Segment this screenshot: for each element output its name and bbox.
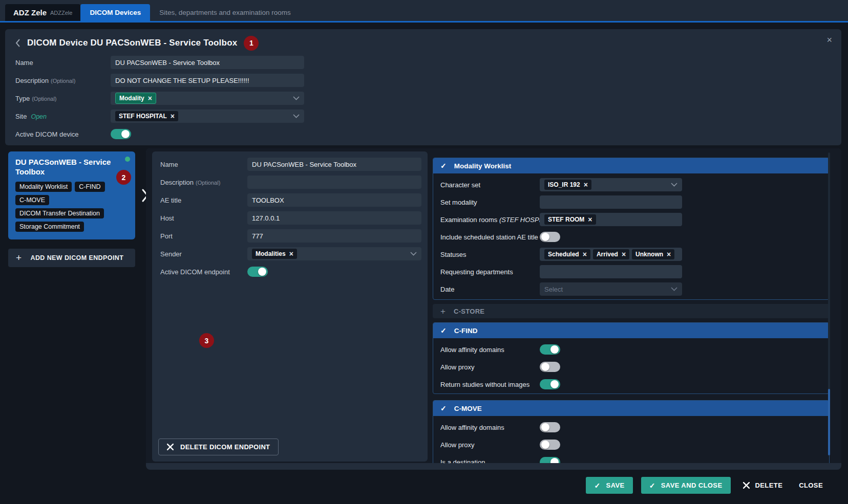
check-icon: ✓ xyxy=(440,327,447,334)
set-modality-label: Set modality xyxy=(440,199,477,206)
toggle-knob xyxy=(541,233,549,241)
tag-storage-commitment: Storage Commitment xyxy=(15,222,84,232)
device-description-input[interactable]: DO NOT CHANGE THE SETUP PLEASE!!!!!! xyxy=(111,74,304,87)
toggle-knob xyxy=(121,130,130,138)
device-name-input[interactable]: DU PACSonWEB - Service Toolbox xyxy=(111,56,304,69)
cmove-allow-affinity-label: Allow affinity domains xyxy=(440,424,504,431)
c-find-section: ✓ C-FIND Allow affinity domains xyxy=(433,322,830,394)
sender-chip-modalities: Modalities × xyxy=(252,249,297,259)
chevron-down-icon xyxy=(671,183,677,187)
close-icon[interactable]: × xyxy=(826,35,832,45)
cmove-allow-proxy-toggle[interactable] xyxy=(540,440,560,450)
host-input[interactable]: 127.0.0.1 xyxy=(247,211,421,225)
services-area: ✓ Modality Worklist Character set ISO_IR… xyxy=(433,151,830,463)
device-type-label-text: Type xyxy=(15,95,30,102)
site-chip-label: STEF HOSPITAL xyxy=(119,112,167,120)
port-value: 777 xyxy=(252,232,263,240)
status-chip-label: Unknown xyxy=(635,250,663,258)
cmove-allow-affinity-toggle[interactable] xyxy=(540,422,560,432)
character-set-select[interactable]: ISO_IR 192 × xyxy=(540,178,682,191)
modality-worklist-header[interactable]: ✓ Modality Worklist xyxy=(433,158,829,173)
save-button[interactable]: ✓ SAVE xyxy=(586,477,632,494)
port-label: Port xyxy=(160,232,247,240)
optional-hint: (Optional) xyxy=(51,78,75,84)
set-modality-input[interactable] xyxy=(540,195,682,209)
status-chip-label: Arrived xyxy=(597,250,618,258)
tab-dicom-devices[interactable]: DICOM Devices xyxy=(80,4,150,21)
modality-worklist-title: Modality Worklist xyxy=(454,162,512,170)
tag-c-move: C-MOVE xyxy=(15,195,49,205)
remove-chip-icon[interactable]: × xyxy=(584,181,588,188)
device-name-label-text: Name xyxy=(15,59,33,67)
cfind-allow-proxy-toggle[interactable] xyxy=(540,362,560,372)
requesting-departments-input[interactable] xyxy=(540,265,682,278)
statuses-select[interactable]: Scheduled × Arrived × Unknown xyxy=(540,248,682,261)
device-site-select[interactable]: STEF HOSPITAL × xyxy=(111,109,304,123)
check-icon: ✓ xyxy=(440,405,447,412)
save-and-close-button[interactable]: ✓ SAVE AND CLOSE xyxy=(641,477,731,494)
cfind-allow-affinity-toggle[interactable] xyxy=(540,344,560,355)
remove-chip-icon[interactable]: × xyxy=(289,250,293,257)
step-badge-3: 3 xyxy=(199,333,214,348)
device-type-label: Type(Optional) xyxy=(15,95,111,102)
include-station-label: Include scheduled station AE title xyxy=(440,233,538,241)
back-chevron-icon[interactable] xyxy=(15,38,20,48)
endpoint-card[interactable]: DU PACSonWEB - Service Toolbox 2 Modalit… xyxy=(8,151,135,239)
include-station-toggle[interactable] xyxy=(540,232,560,242)
endpoint-service-tags: Modality Worklist C-FIND C-MOVE DICOM Tr… xyxy=(15,182,118,232)
device-description-value: DO NOT CHANGE THE SETUP PLEASE!!!!!! xyxy=(115,77,249,84)
scrollbar[interactable] xyxy=(828,152,830,455)
requesting-departments-label: Requesting departments xyxy=(440,268,513,276)
c-store-title: C-STORE xyxy=(454,308,484,315)
examination-rooms-select[interactable]: STEF ROOM × xyxy=(540,213,682,226)
toggle-knob xyxy=(550,380,559,388)
cmove-is-destination-toggle[interactable] xyxy=(540,457,560,463)
tag-c-find: C-FIND xyxy=(75,182,104,192)
ae-title-input[interactable]: TOOLBOX xyxy=(247,193,421,207)
endpoint-description-input[interactable] xyxy=(247,176,421,189)
device-type-select[interactable]: Modality × xyxy=(111,92,304,105)
cfind-return-studies-toggle[interactable] xyxy=(540,379,560,389)
site-chip-stef-hospital: STEF HOSPITAL × xyxy=(115,111,178,121)
scrollbar-thumb[interactable] xyxy=(828,389,830,455)
remove-chip-icon[interactable]: × xyxy=(667,251,671,258)
chevron-down-icon xyxy=(410,252,417,256)
date-select[interactable]: Select xyxy=(540,282,682,296)
add-new-dicom-endpoint-button[interactable]: + ADD NEW DICOM ENDPOINT xyxy=(8,249,135,267)
remove-chip-icon[interactable]: × xyxy=(583,251,587,258)
active-endpoint-toggle[interactable] xyxy=(247,267,268,277)
host-label-text: Host xyxy=(160,214,174,222)
endpoint-list: DU PACSonWEB - Service Toolbox 2 Modalit… xyxy=(8,151,135,267)
c-find-header[interactable]: ✓ C-FIND xyxy=(433,323,829,338)
endpoint-name-input[interactable]: DU PACSonWEB - Service Toolbox xyxy=(247,158,421,171)
host-label: Host xyxy=(160,214,247,222)
delete-dicom-endpoint-button[interactable]: DELETE DICOM ENDPOINT xyxy=(158,439,279,455)
close-button[interactable]: CLOSE xyxy=(795,477,827,494)
plus-icon: + xyxy=(16,252,22,264)
modality-worklist-section: ✓ Modality Worklist Character set ISO_IR… xyxy=(433,158,830,300)
exam-room-chip-label: STEF ROOM xyxy=(548,215,584,224)
add-endpoint-label: ADD NEW DICOM ENDPOINT xyxy=(31,254,124,261)
active-device-toggle[interactable] xyxy=(111,129,131,139)
site-open-link[interactable]: Open xyxy=(31,113,47,120)
tab-sites-departments[interactable]: Sites, departments and examination rooms xyxy=(150,4,300,21)
delete-button[interactable]: DELETE xyxy=(739,477,787,494)
endpoint-editor: Name DU PACSonWEB - Service Toolbox Desc… xyxy=(146,148,841,470)
date-label: Date xyxy=(440,286,454,293)
remove-chip-icon[interactable]: × xyxy=(148,95,152,102)
tag-modality-worklist: Modality Worklist xyxy=(15,182,72,192)
c-store-header[interactable]: + C-STORE xyxy=(433,304,830,318)
status-chip-label: Scheduled xyxy=(548,250,579,258)
remove-chip-icon[interactable]: × xyxy=(171,113,175,120)
sender-select[interactable]: Modalities × xyxy=(247,247,421,260)
c-move-header[interactable]: ✓ C-MOVE xyxy=(433,401,829,416)
device-site-label-text: Site xyxy=(15,113,27,120)
sender-label-text: Sender xyxy=(160,250,182,258)
remove-chip-icon[interactable]: × xyxy=(588,216,592,223)
tab-organisation[interactable]: ADZ Zele ADZZele xyxy=(5,4,80,21)
device-panel-header: DICOM Device DU PACSonWEB - Service Tool… xyxy=(15,35,831,51)
remove-chip-icon[interactable]: × xyxy=(622,251,626,258)
endpoint-description-label-text: Description xyxy=(160,179,194,186)
modality-worklist-body: Character set ISO_IR 192 × xyxy=(433,173,829,300)
port-input[interactable]: 777 xyxy=(247,229,421,243)
